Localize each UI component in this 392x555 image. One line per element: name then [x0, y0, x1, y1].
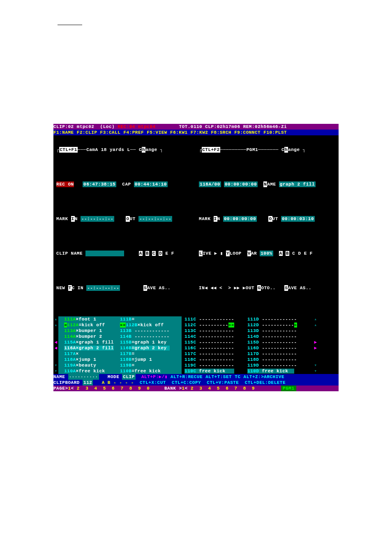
goto-button[interactable]: OTO.. — [261, 285, 284, 291]
terminal-window: CLIP:02 mtpc02 (Loc) REC:04 mtpc04 TOT.0… — [53, 124, 339, 391]
clip-row[interactable]: 117A× 117B= 117C ------------117D ------… — [53, 351, 339, 357]
save-as-r[interactable]: AVE AS.. — [288, 285, 311, 291]
ctlv-hint: CTL+V:PASTE — [207, 380, 239, 385]
clip-row[interactable]: ▴ »112A=kick off «»112B×kick off 112C --… — [53, 322, 339, 328]
var-val[interactable]: 100% — [260, 251, 273, 256]
altt-hint: ALT+T:SET TC — [205, 374, 240, 380]
header-bar: CLIP:02 mtpc02 (Loc) REC:04 mtpc04 TOT.0… — [53, 124, 339, 130]
clipboard-label: CLIPBOARD — [53, 380, 80, 385]
mark-in-label-r[interactable]: N — [217, 216, 223, 222]
ctldel-hint: CTL+DEL:DELETE — [245, 380, 286, 385]
mode-value[interactable]: CLIP — [122, 374, 135, 380]
cap-tc: 00:44:14:10 — [134, 181, 168, 187]
out-tc-r[interactable]: 00:00:03:10 — [281, 216, 315, 222]
var-label[interactable]: AR — [251, 251, 260, 256]
right-title: PGM1 — [247, 147, 258, 153]
out-tc-l[interactable]: --:--:--:-- — [138, 216, 172, 222]
left-title: CamA 18 yards L — [86, 147, 130, 153]
rec-tc: 06:47:38:15 — [83, 181, 116, 187]
live-control[interactable]: IVE ▶ ▮ — [203, 251, 226, 256]
mark-in-label[interactable]: N — [75, 216, 81, 222]
clp-info: CLP:02h17m06 — [205, 124, 240, 130]
rec-status: REC ON — [56, 181, 74, 187]
left-hotkey[interactable]: CTL+F1 — [59, 147, 78, 153]
clip-name-label: CLIP NAME — [56, 251, 83, 256]
mark-in-tc-r[interactable]: 00:00:00:00 — [223, 216, 257, 222]
clip-id: 116A/00 — [199, 181, 221, 187]
clip-id-tc: 00:00:00:00 — [224, 181, 258, 187]
new-tc-label[interactable]: C IN — [72, 285, 87, 291]
fkey-labels: F1:NAME F2:CLIP F3:CALL F4:PREF F5:VIEW … — [53, 130, 287, 135]
clip-row[interactable]: 113A×bumper 1 113B ------------ 113C ---… — [53, 328, 339, 334]
clip-row[interactable]: ▴ 111A×foot 1 111B= 111C ------------111… — [53, 316, 339, 322]
footer-row-1: NAME ·········· MODE CLIP ALT+P:▶/▮ ALT+… — [53, 374, 339, 380]
rem-info: REM:02h56m46-Zi — [243, 124, 287, 130]
clipboard-val: 112 — [83, 380, 93, 385]
clip-name-field[interactable] — [85, 251, 124, 256]
clip-info: CLIP:02 mtpc02 (Loc) — [53, 124, 115, 130]
left-change[interactable]: ange ┐ — [145, 147, 163, 153]
name-label-r[interactable]: AME — [267, 181, 279, 187]
clip-row[interactable]: 114A×bumper 2 114B ------------ 114C ---… — [53, 334, 339, 339]
clipboard-ab: A B - - - - — [102, 380, 134, 385]
footer-row-3[interactable]: PAGE>1< 2 3 4 5 6 7 8 9 0 BANK >1< 2 3 4… — [53, 385, 339, 391]
name-edit-label: NAME — [53, 374, 65, 380]
ctlc-hint: CTL+C:COPY — [172, 380, 201, 385]
fkey-bar[interactable]: F1:NAME F2:CLIP F3:CALL F4:PREF F5:VIEW … — [53, 130, 339, 135]
rec-info: REC:04 mtpc04 — [118, 124, 155, 130]
altp-hint: ALT+P:▶/▮ — [141, 374, 168, 380]
clip-row[interactable]: ◀ 116A×graph 2 fill116B=graph 2 key 116C… — [53, 345, 339, 351]
out-label-r[interactable]: UT — [272, 216, 281, 222]
new-tc-field[interactable]: --:--:--:-- — [86, 285, 120, 291]
right-change[interactable]: ange ┐ — [288, 147, 306, 153]
clip-list[interactable]: ▴ 111A×foot 1 111B= 111C ------------111… — [53, 316, 339, 374]
yloop-control[interactable]: LOOP — [230, 251, 247, 256]
ctlx-hint: CTL+X:CUT — [140, 380, 166, 385]
decorative-rule-top — [58, 25, 82, 25]
clip-row[interactable]: 118A×jump 1 118B=jump 1 118C -----------… — [53, 357, 339, 362]
clip-row[interactable]: ◀ 115A×graph 1 fill115B=graph 1 key 115C… — [53, 339, 339, 345]
name-edit-field[interactable]: ·········· — [68, 374, 99, 380]
altz-hint: ALT+Z:>ARCHIVE — [244, 374, 284, 380]
footer-row-2: CLIPBOARD 112 A B - - - - CTL+X:CUT CTL+… — [53, 380, 339, 385]
altr-hint: ALT+R:RECUE — [171, 374, 203, 380]
tot-info: TOT.0110 — [179, 124, 202, 130]
right-hotkey[interactable]: CTL+F2 — [202, 147, 220, 153]
mark-in-tc-l[interactable]: --:--:--:-- — [81, 216, 114, 222]
clip-row[interactable]: ▾ 110A×free kick 110B=free kick 110C fre… — [53, 368, 339, 374]
nav-controls[interactable]: IN◀ ◀◀ < > ▶▶ ▶OUT — [199, 285, 254, 291]
mode-label: MODE — [108, 374, 119, 380]
save-as-l[interactable]: AVE AS.. — [147, 285, 171, 291]
name-val-r[interactable]: graph 2 fill — [279, 181, 316, 187]
clip-row[interactable]: ▾ 119A×beauty 119B= 119C ------------119… — [53, 362, 339, 368]
cap-label: CAP — [122, 181, 131, 187]
out-label-l[interactable]: UT — [130, 216, 138, 222]
